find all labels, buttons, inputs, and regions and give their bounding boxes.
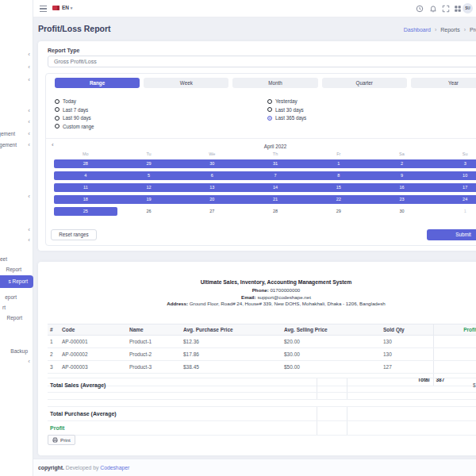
- calendar-day[interactable]: 9: [370, 171, 434, 180]
- sidebar-item[interactable]: ‹: [0, 50, 33, 60]
- divider: [46, 138, 476, 139]
- total-sales-section: Total Sales (Average) $: [48, 378, 476, 400]
- calendar-day[interactable]: 3: [433, 159, 476, 168]
- calendar-day[interactable]: 29: [117, 159, 181, 168]
- sidebar-item-report[interactable]: Report: [0, 313, 33, 323]
- calendar-day[interactable]: 30: [370, 207, 434, 216]
- calendar-day[interactable]: 10: [433, 171, 476, 180]
- breadcrumb-reports[interactable]: Reports: [440, 27, 460, 33]
- calendar-day[interactable]: 15: [307, 183, 370, 192]
- page-title: Profit/Loss Report: [38, 24, 111, 33]
- calendar-day[interactable]: 13: [180, 183, 244, 192]
- sidebar-item[interactable]: ‹: [0, 225, 33, 235]
- apps-grid-icon[interactable]: [454, 5, 462, 13]
- print-button[interactable]: Print: [48, 435, 75, 445]
- sidebar-item-backup[interactable]: Backup: [0, 347, 33, 356]
- radio-last-30-days[interactable]: Last 30 days: [267, 106, 304, 113]
- radio-circle-icon: [267, 99, 272, 104]
- calendar-day[interactable]: 22: [307, 195, 370, 204]
- tab-year[interactable]: Year: [411, 78, 476, 88]
- radio-last-90-days[interactable]: Last 90 days: [55, 114, 91, 121]
- radio-today[interactable]: Today: [55, 98, 76, 105]
- sidebar-item-management[interactable]: gement ‹: [0, 129, 33, 139]
- sidebar-item[interactable]: ‹: [0, 192, 33, 202]
- calendar-day[interactable]: 16: [370, 183, 434, 192]
- calendar-day[interactable]: 17: [433, 183, 476, 192]
- calendar-day[interactable]: 30: [180, 159, 244, 168]
- submit-button[interactable]: Submit: [427, 229, 476, 240]
- calendar-day[interactable]: 18: [54, 195, 117, 204]
- calendar-day[interactable]: 28: [54, 159, 117, 168]
- hamburger-menu-icon[interactable]: [40, 4, 48, 13]
- calendar-day[interactable]: 29: [307, 207, 370, 216]
- table-row: 2 AP-000002 Product-2 $17.86 $30.00 130: [48, 348, 476, 361]
- calendar-day[interactable]: 23: [370, 195, 434, 204]
- calendar-day[interactable]: 12: [117, 183, 181, 192]
- codeshaper-link[interactable]: Codeshaper: [100, 465, 129, 470]
- sidebar-item[interactable]: ‹: [0, 236, 33, 245]
- fullscreen-icon[interactable]: [442, 5, 450, 13]
- chevron-down-icon: ▾: [71, 6, 73, 10]
- radio-circle-icon: [267, 116, 272, 121]
- calendar-day[interactable]: 20: [180, 195, 244, 204]
- calendar-day[interactable]: 31: [244, 159, 307, 168]
- radio-custom-range[interactable]: Custom range: [55, 123, 94, 130]
- sidebar-item[interactable]: ‹: [0, 106, 33, 116]
- chevron-left-icon: ‹: [28, 117, 30, 127]
- tab-range[interactable]: Range: [55, 78, 140, 88]
- calendar-day[interactable]: 14: [244, 183, 307, 192]
- reset-ranges-button[interactable]: Reset ranges: [51, 229, 97, 240]
- calendar-day-muted[interactable]: 1: [433, 207, 476, 216]
- sidebar-item[interactable]: ‹: [0, 63, 33, 72]
- report-result-card: Ultimate Sales, Inventory, Accounting Ma…: [38, 262, 476, 455]
- calendar-day[interactable]: 2: [370, 159, 434, 168]
- calendar-day[interactable]: 19: [117, 195, 181, 204]
- radio-last-365-days-selected[interactable]: Last 365 days: [267, 114, 306, 121]
- calendar-day[interactable]: 24: [433, 195, 476, 204]
- calendar-day[interactable]: 27: [180, 207, 244, 216]
- calendar-day-selected[interactable]: 25: [54, 207, 117, 216]
- radio-last-7-days[interactable]: Last 7 days: [55, 106, 88, 113]
- calendar-day[interactable]: 1: [307, 159, 370, 168]
- user-avatar[interactable]: SU: [463, 3, 473, 13]
- sidebar-item[interactable]: ‹: [0, 75, 33, 85]
- sidebar-item[interactable]: ‹: [0, 357, 33, 367]
- language-dropdown[interactable]: EN ▾: [62, 5, 72, 10]
- breadcrumb: Dashboard › Reports › Profit/Loss Report: [404, 27, 476, 33]
- calendar-day[interactable]: 7: [244, 171, 307, 180]
- calendar-weekday-header: Mo Tu We Th Fr Sa Su: [54, 152, 476, 156]
- calendar-day[interactable]: 6: [180, 171, 244, 180]
- date-range-panel: Range Week Month Quarter Year Today Last…: [45, 73, 476, 246]
- calendar-day[interactable]: 26: [117, 207, 181, 216]
- chevron-left-icon: ‹: [28, 106, 30, 116]
- printer-icon: [52, 437, 58, 443]
- sidebar-item[interactable]: ‹: [0, 117, 33, 127]
- flag-icon[interactable]: [52, 6, 60, 10]
- calendar-day[interactable]: 8: [307, 171, 370, 180]
- sidebar-item-report[interactable]: eet: [0, 255, 33, 264]
- radio-circle-icon: [55, 107, 60, 112]
- calendar-week-row: 25 26 27 28 29 30 1: [54, 207, 476, 216]
- calendar-day[interactable]: 4: [54, 171, 117, 180]
- radio-circle-icon: [55, 116, 60, 121]
- breadcrumb-current: Profit/Loss Report: [470, 27, 476, 33]
- calendar-day[interactable]: 11: [54, 183, 117, 192]
- sidebar-item-report[interactable]: Report: [0, 265, 33, 274]
- sidebar-item-report[interactable]: eport: [0, 293, 33, 302]
- breadcrumb-dashboard-link[interactable]: Dashboard: [404, 27, 431, 33]
- radio-yesterday[interactable]: Yesterday: [267, 98, 298, 105]
- radio-circle-icon: [267, 107, 272, 112]
- report-type-select[interactable]: Gross Profit/Loss: [48, 56, 476, 67]
- tab-quarter[interactable]: Quarter: [322, 78, 407, 88]
- tab-week[interactable]: Week: [144, 78, 228, 88]
- calendar-day[interactable]: 28: [244, 207, 307, 216]
- tab-month[interactable]: Month: [232, 78, 317, 88]
- bell-icon[interactable]: [429, 5, 437, 13]
- calendar-day[interactable]: 21: [244, 195, 307, 204]
- sidebar-item-report[interactable]: rt: [0, 303, 33, 313]
- sidebar-item-profit-loss-report-active[interactable]: s Report: [0, 275, 33, 288]
- history-icon[interactable]: [416, 5, 424, 13]
- chevron-left-icon: ‹: [28, 357, 30, 367]
- sidebar-item-management[interactable]: agement ‹: [0, 140, 33, 150]
- calendar-day[interactable]: 5: [117, 171, 181, 180]
